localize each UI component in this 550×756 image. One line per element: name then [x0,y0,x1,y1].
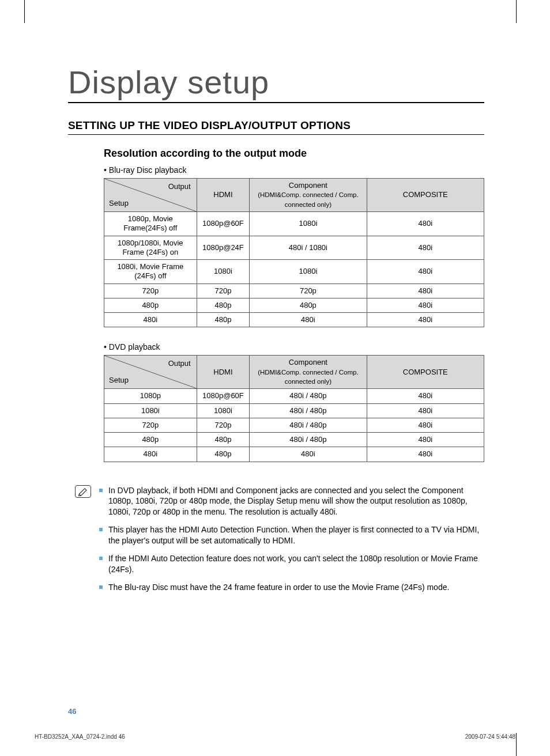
footer-timestamp: 2009-07-24 5:44:48 [465,734,515,740]
content-body: Resolution according to the output mode … [104,148,484,462]
cell-composite: 480i [367,447,484,462]
col-component: Component(HDMI&Comp. connected / Comp. c… [250,179,367,212]
table-caption: Blu-ray Disc playback [104,165,484,175]
cell-composite: 480i [367,284,484,298]
col-composite: COMPOSITE [367,356,484,389]
table-row: 1080i, Movie Frame (24Fs) off 1080i 1080… [104,260,484,284]
col-composite: COMPOSITE [367,179,484,212]
cell-composite: 480i [367,212,484,236]
table-caption: DVD playback [104,342,484,351]
notes-block: In DVD playback, if both HDMI and Compon… [75,485,484,600]
header-setup-output: Output Setup [104,356,197,389]
cell-component: 480i [250,313,367,327]
table-row: 480p 480p 480i / 480p 480i [104,433,484,447]
resolution-table-dvd: Output Setup HDMI Component(HDMI&Comp. c… [104,355,484,462]
cell-hdmi: 1080i [197,403,250,418]
cell-hdmi: 720p [197,284,250,298]
cell-setup: 1080p, Movie Frame(24Fs) off [104,212,197,236]
cell-hdmi: 1080p@60F [197,212,250,236]
table-row: 1080i 1080i 480i / 480p 480i [104,403,484,418]
cell-composite: 480i [367,418,484,432]
cell-component: 480i / 480p [250,403,367,418]
section-heading: SETTING UP THE VIDEO DISPLAY/OUTPUT OPTI… [68,119,484,135]
cell-setup: 480i [104,447,197,462]
cell-setup: 1080p [104,389,197,403]
cell-hdmi: 480p [197,298,250,312]
cell-setup: 1080i [104,403,197,418]
print-footer: HT-BD3252A_XAA_0724-2.indd 46 2009-07-24… [35,734,515,740]
cell-component: 480i / 1080i [250,236,367,260]
table-row: 480p 480p 480p 480i [104,298,484,312]
cell-setup: 480p [104,433,197,447]
resolution-table-bluray: Output Setup HDMI Component(HDMI&Comp. c… [104,178,484,327]
cell-component: 480i [250,447,367,462]
cell-setup: 480i [104,313,197,327]
crop-mark [516,0,517,23]
table-row: 1080p, Movie Frame(24Fs) off 1080p@60F 1… [104,212,484,236]
cell-component: 1080i [250,212,367,236]
cell-component: 480i / 480p [250,418,367,432]
note-item: This player has the HDMI Auto Detection … [99,524,484,546]
notes-list: In DVD playback, if both HDMI and Compon… [99,485,484,600]
cell-hdmi: 480p [197,313,250,327]
cell-hdmi: 1080p@24F [197,236,250,260]
note-item: If the HDMI Auto Detection feature does … [99,553,484,575]
cell-setup: 480p [104,298,197,312]
crop-mark [24,0,25,23]
table-row: 480i 480p 480i 480i [104,447,484,462]
cell-setup: 1080p/1080i, Movie Frame (24Fs) on [104,236,197,260]
table-row: 720p 720p 480i / 480p 480i [104,418,484,432]
cell-setup: 720p [104,284,197,298]
cell-hdmi: 480p [197,433,250,447]
output-label: Output [168,182,191,191]
cell-component: 480p [250,298,367,312]
cell-component: 480i / 480p [250,433,367,447]
cell-composite: 480i [367,260,484,284]
cell-setup: 720p [104,418,197,432]
cell-composite: 480i [367,403,484,418]
table-row: 720p 720p 720p 480i [104,284,484,298]
cell-composite: 480i [367,389,484,403]
cell-composite: 480i [367,433,484,447]
col-component: Component(HDMI&Comp. connected / Comp. c… [250,356,367,389]
cell-hdmi: 1080i [197,260,250,284]
cell-setup: 1080i, Movie Frame (24Fs) off [104,260,197,284]
table-row: 1080p 1080p@60F 480i / 480p 480i [104,389,484,403]
cell-composite: 480i [367,236,484,260]
sub-heading: Resolution according to the output mode [104,148,484,160]
page-number: 46 [68,707,76,716]
cell-component: 480i / 480p [250,389,367,403]
crop-mark [516,733,517,756]
cell-composite: 480i [367,298,484,312]
footer-filename: HT-BD3252A_XAA_0724-2.indd 46 [35,734,125,740]
header-setup-output: Output Setup [104,179,197,212]
cell-hdmi: 1080p@60F [197,389,250,403]
note-item: The Blu-ray Disc must have the 24 frame … [99,582,484,593]
table-row: 480i 480p 480i 480i [104,313,484,327]
page-content: Display setup SETTING UP THE VIDEO DISPL… [68,63,484,600]
cell-composite: 480i [367,313,484,327]
note-item: In DVD playback, if both HDMI and Compon… [99,485,484,518]
cell-component: 720p [250,284,367,298]
pencil-note-icon [75,485,91,498]
chapter-title: Display setup [68,63,484,103]
table-row: 1080p/1080i, Movie Frame (24Fs) on 1080p… [104,236,484,260]
setup-label: Setup [109,199,129,208]
cell-component: 1080i [250,260,367,284]
col-hdmi: HDMI [197,356,250,389]
output-label: Output [168,359,191,368]
cell-hdmi: 720p [197,418,250,432]
cell-hdmi: 480p [197,447,250,462]
setup-label: Setup [109,376,129,385]
col-hdmi: HDMI [197,179,250,212]
